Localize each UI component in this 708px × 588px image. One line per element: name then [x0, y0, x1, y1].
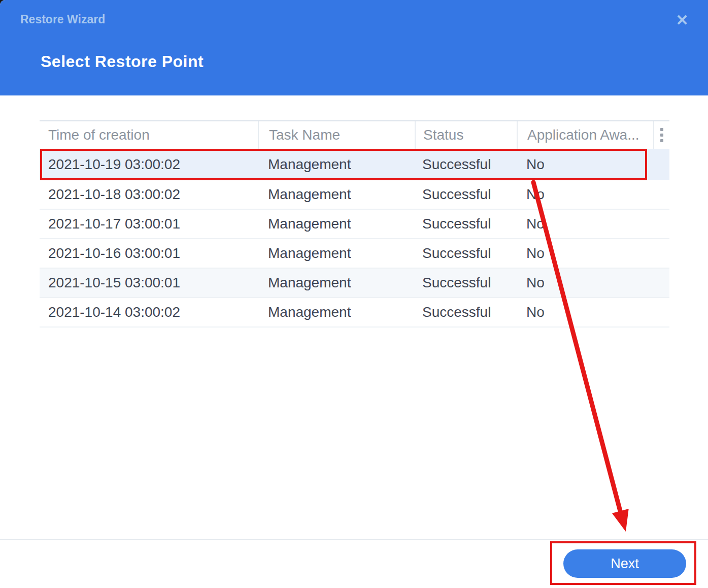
app-aware-cell: No: [517, 239, 653, 268]
column-header-status[interactable]: Status: [415, 121, 517, 149]
table-row[interactable]: 2021-10-17 03:00:01 Management Successfu…: [40, 210, 669, 239]
app-aware-cell: No: [517, 149, 653, 180]
time-cell: 2021-10-15 03:00:01: [40, 269, 258, 297]
table-row[interactable]: 2021-10-18 03:00:02 Management Successfu…: [40, 180, 669, 210]
task-cell: Management: [258, 298, 415, 326]
app-aware-cell: No: [517, 298, 653, 326]
table-row[interactable]: 2021-10-19 03:00:02 Management Successfu…: [40, 149, 669, 180]
footer-divider: [0, 539, 708, 540]
task-cell: Management: [258, 239, 415, 268]
time-cell: 2021-10-18 03:00:02: [40, 180, 258, 209]
column-header-time-of-creation[interactable]: Time of creation: [40, 121, 258, 149]
page-title: Select Restore Point: [41, 52, 204, 71]
status-cell: Successful: [415, 269, 517, 297]
status-cell: Successful: [415, 149, 517, 180]
time-cell: 2021-10-19 03:00:02: [40, 149, 258, 180]
task-cell: Management: [258, 180, 415, 209]
table-row[interactable]: 2021-10-16 03:00:01 Management Successfu…: [40, 239, 669, 269]
dialog-title: Restore Wizard: [20, 13, 105, 26]
time-cell: 2021-10-17 03:00:01: [40, 210, 258, 238]
dialog-titlebar: Restore Wizard ✕ Select Restore Point: [0, 0, 708, 95]
task-cell: Management: [258, 149, 415, 180]
time-cell: 2021-10-16 03:00:01: [40, 239, 258, 268]
status-cell: Successful: [415, 210, 517, 238]
task-cell: Management: [258, 269, 415, 297]
table-header-row: Time of creation Task Name Status Applic…: [40, 120, 669, 149]
next-button[interactable]: Next: [563, 549, 686, 578]
app-aware-cell: No: [517, 269, 653, 297]
column-settings-icon[interactable]: [657, 125, 666, 145]
status-cell: Successful: [415, 298, 517, 326]
status-cell: Successful: [415, 239, 517, 268]
table-row[interactable]: 2021-10-14 03:00:02 Management Successfu…: [40, 298, 669, 328]
column-header-application-aware[interactable]: Application Awa...: [517, 121, 653, 149]
time-cell: 2021-10-14 03:00:02: [40, 298, 258, 326]
column-settings-cell: [653, 121, 669, 149]
app-aware-cell: No: [517, 210, 653, 238]
app-aware-cell: No: [517, 180, 653, 209]
restore-point-table: Time of creation Task Name Status Applic…: [40, 120, 669, 328]
column-header-task-name[interactable]: Task Name: [258, 121, 415, 149]
close-icon[interactable]: ✕: [671, 9, 693, 31]
table-row[interactable]: 2021-10-15 03:00:01 Management Successfu…: [40, 269, 669, 298]
task-cell: Management: [258, 210, 415, 238]
status-cell: Successful: [415, 180, 517, 209]
restore-wizard-dialog: Restore Wizard ✕ Select Restore Point Ti…: [0, 0, 708, 588]
annotation-arrow-head: [612, 509, 629, 532]
